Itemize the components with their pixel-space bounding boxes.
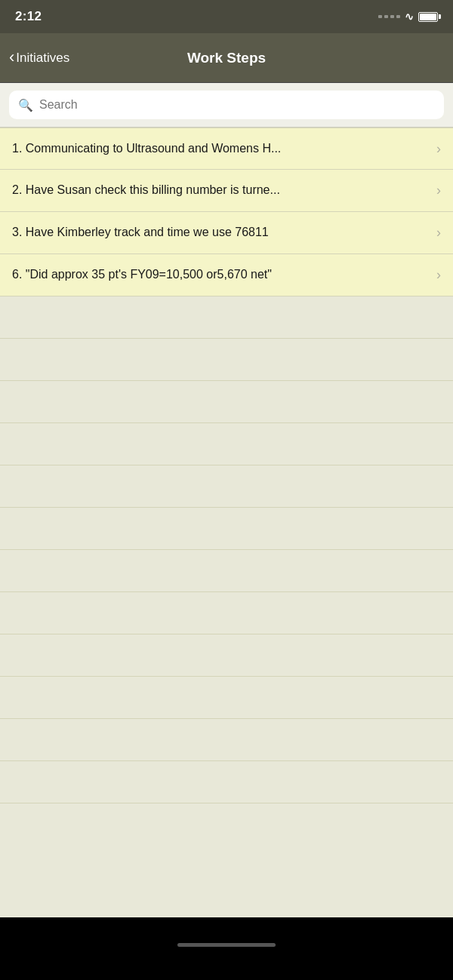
search-icon: 🔍 xyxy=(18,98,33,112)
list-item-text: 1. Communicating to Ultrasound and Women… xyxy=(12,141,430,157)
empty-row xyxy=(0,634,453,677)
empty-row xyxy=(0,550,453,592)
empty-row xyxy=(0,719,453,761)
bottom-bar xyxy=(0,917,453,980)
chevron-right-icon: › xyxy=(436,183,441,198)
back-label: Initiatives xyxy=(16,51,69,66)
empty-row xyxy=(0,761,453,803)
back-chevron-icon: ‹ xyxy=(9,49,14,66)
chevron-right-icon: › xyxy=(436,141,441,157)
status-time: 2:12 xyxy=(15,9,42,24)
home-indicator xyxy=(177,943,276,947)
empty-rows xyxy=(0,296,453,803)
list-item[interactable]: 1. Communicating to Ultrasound and Women… xyxy=(0,127,453,170)
search-bar: 🔍 xyxy=(9,91,444,119)
search-bar-container: 🔍 xyxy=(0,83,453,127)
status-bar: 2:12 ∿ xyxy=(0,0,453,33)
signal-icon xyxy=(378,15,400,18)
empty-row xyxy=(0,381,453,423)
list-item[interactable]: 3. Have Kimberley track and time we use … xyxy=(0,212,453,254)
empty-row xyxy=(0,677,453,719)
list-item[interactable]: 6. "Did approx 35 pt's FY09=10,500 or5,6… xyxy=(0,254,453,296)
empty-row xyxy=(0,423,453,465)
back-button[interactable]: ‹ Initiatives xyxy=(9,50,69,66)
list-item-text: 2. Have Susan check this billing number … xyxy=(12,183,430,198)
list-item-text: 6. "Did approx 35 pt's FY09=10,500 or5,6… xyxy=(12,267,430,283)
search-input[interactable] xyxy=(39,98,435,112)
chevron-right-icon: › xyxy=(436,225,441,241)
work-steps-list: 1. Communicating to Ultrasound and Women… xyxy=(0,127,453,917)
chevron-right-icon: › xyxy=(436,267,441,283)
empty-row xyxy=(0,508,453,550)
nav-bar: ‹ Initiatives Work Steps xyxy=(0,33,453,83)
empty-row xyxy=(0,339,453,381)
empty-row xyxy=(0,296,453,339)
status-icons: ∿ xyxy=(378,11,438,23)
wifi-icon: ∿ xyxy=(405,11,414,23)
empty-row xyxy=(0,592,453,634)
page-title: Work Steps xyxy=(187,50,266,66)
list-item-text: 3. Have Kimberley track and time we use … xyxy=(12,225,430,241)
battery-icon xyxy=(418,12,438,22)
empty-row xyxy=(0,465,453,508)
list-item[interactable]: 2. Have Susan check this billing number … xyxy=(0,170,453,212)
